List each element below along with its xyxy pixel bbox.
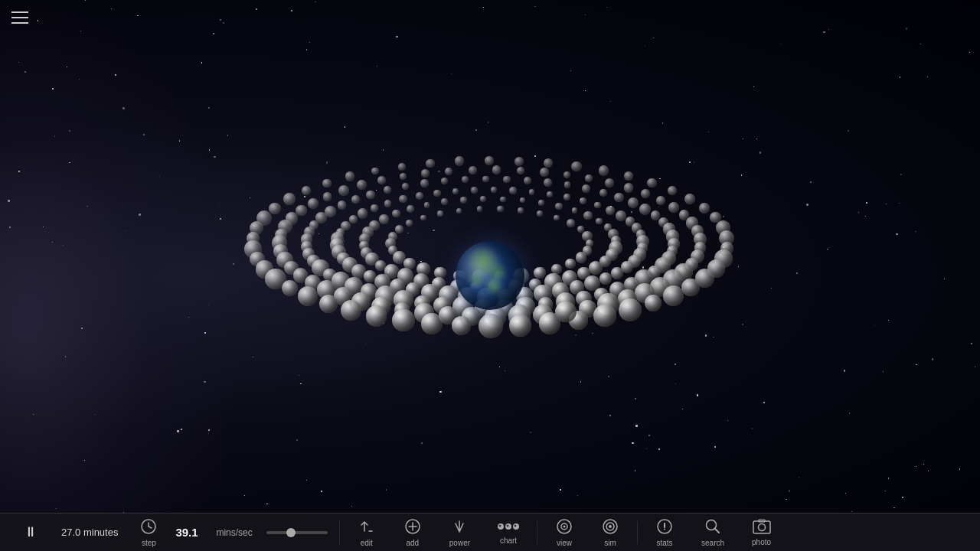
satellite bbox=[433, 190, 440, 197]
satellite bbox=[503, 176, 510, 183]
satellite bbox=[540, 168, 549, 177]
svg-point-11 bbox=[507, 524, 509, 527]
satellite bbox=[645, 295, 662, 311]
time-display: 27.0 minutes bbox=[54, 527, 126, 538]
satellite bbox=[469, 166, 478, 175]
edit-label: edit bbox=[361, 539, 373, 547]
add-icon bbox=[404, 518, 421, 537]
satellite bbox=[500, 197, 506, 203]
satellite bbox=[593, 305, 616, 328]
satellite bbox=[647, 178, 657, 188]
step-button[interactable]: step bbox=[126, 515, 172, 550]
satellite bbox=[534, 267, 545, 279]
satellite bbox=[269, 203, 280, 214]
satellite bbox=[497, 206, 503, 212]
satellite bbox=[402, 183, 409, 190]
photo-label: photo bbox=[752, 538, 771, 546]
satellite bbox=[407, 205, 414, 213]
view-button[interactable]: view bbox=[541, 515, 587, 550]
satellite bbox=[395, 225, 403, 233]
satellite bbox=[491, 187, 498, 194]
satellite bbox=[392, 210, 400, 217]
satellite bbox=[517, 167, 525, 175]
satellite bbox=[406, 220, 413, 227]
satellite bbox=[480, 196, 486, 202]
satellite bbox=[554, 215, 560, 221]
satellite bbox=[452, 188, 459, 194]
satellite bbox=[426, 159, 435, 168]
satellite bbox=[452, 316, 471, 335]
chart-button[interactable]: chart bbox=[484, 517, 533, 548]
add-button[interactable]: add bbox=[390, 515, 436, 550]
satellite bbox=[479, 314, 503, 338]
satellite bbox=[351, 195, 360, 204]
satellite bbox=[599, 189, 607, 197]
satellite bbox=[485, 156, 493, 165]
photo-icon bbox=[753, 519, 771, 536]
toolbar: ⏸ 27.0 minutes step 39.1 mins/sec bbox=[0, 513, 980, 551]
satellite bbox=[668, 186, 677, 195]
satellite bbox=[384, 200, 392, 207]
svg-rect-2 bbox=[11, 22, 28, 24]
satellite bbox=[539, 312, 560, 334]
svg-point-18 bbox=[609, 525, 612, 528]
satellite bbox=[384, 186, 391, 194]
svg-point-25 bbox=[758, 523, 765, 530]
view-label: view bbox=[557, 539, 572, 547]
stats-button[interactable]: stats bbox=[642, 515, 688, 550]
satellite bbox=[585, 174, 593, 182]
satellite bbox=[614, 193, 624, 203]
svg-rect-1 bbox=[11, 17, 28, 18]
satellite bbox=[462, 176, 469, 183]
satellite bbox=[379, 214, 388, 223]
satellite bbox=[624, 183, 633, 192]
satellite bbox=[421, 169, 430, 178]
chart-label: chart bbox=[500, 536, 517, 545]
search-label: search bbox=[701, 539, 724, 547]
edit-button[interactable]: edit bbox=[344, 515, 390, 550]
satellite bbox=[400, 173, 407, 180]
satellite bbox=[538, 200, 544, 206]
earth bbox=[456, 241, 524, 310]
satellite bbox=[547, 191, 553, 197]
viewport: ⏸ 27.0 minutes step 39.1 mins/sec bbox=[0, 0, 980, 551]
divider-1 bbox=[339, 521, 340, 544]
satellite bbox=[544, 158, 553, 168]
power-button[interactable]: power bbox=[436, 515, 484, 550]
satellite bbox=[524, 177, 531, 184]
satellite bbox=[628, 197, 639, 208]
search-button[interactable]: search bbox=[688, 515, 738, 550]
satellite bbox=[663, 285, 684, 306]
photo-button[interactable]: photo bbox=[738, 516, 785, 549]
satellite bbox=[544, 178, 552, 187]
speed-slider-handle[interactable] bbox=[286, 528, 296, 537]
pause-button[interactable]: ⏸ bbox=[8, 522, 54, 543]
satellite bbox=[456, 208, 462, 214]
satellite bbox=[323, 192, 332, 201]
satellite bbox=[606, 206, 615, 215]
svg-point-12 bbox=[514, 524, 517, 527]
menu-icon[interactable] bbox=[11, 11, 28, 27]
satellite bbox=[366, 305, 387, 326]
sim-label: sim bbox=[604, 539, 616, 547]
satellite bbox=[283, 193, 296, 205]
satellite bbox=[460, 197, 467, 204]
satellite bbox=[572, 207, 578, 214]
edit-icon bbox=[358, 518, 375, 537]
speed-slider[interactable] bbox=[266, 531, 328, 534]
satellite bbox=[589, 261, 603, 275]
search-icon bbox=[704, 518, 721, 537]
speed-unit-text: mins/sec bbox=[216, 527, 252, 538]
satellite bbox=[338, 201, 346, 209]
satellite bbox=[296, 205, 306, 216]
divider-2 bbox=[537, 521, 537, 544]
satellite bbox=[599, 272, 612, 285]
satellite bbox=[567, 219, 575, 227]
sim-button[interactable]: sim bbox=[587, 515, 633, 550]
stats-icon bbox=[656, 518, 673, 537]
svg-rect-24 bbox=[753, 521, 770, 533]
satellite bbox=[420, 215, 426, 221]
time-value: 27.0 minutes bbox=[61, 527, 118, 538]
satellite bbox=[282, 280, 298, 296]
svg-rect-0 bbox=[11, 11, 28, 13]
